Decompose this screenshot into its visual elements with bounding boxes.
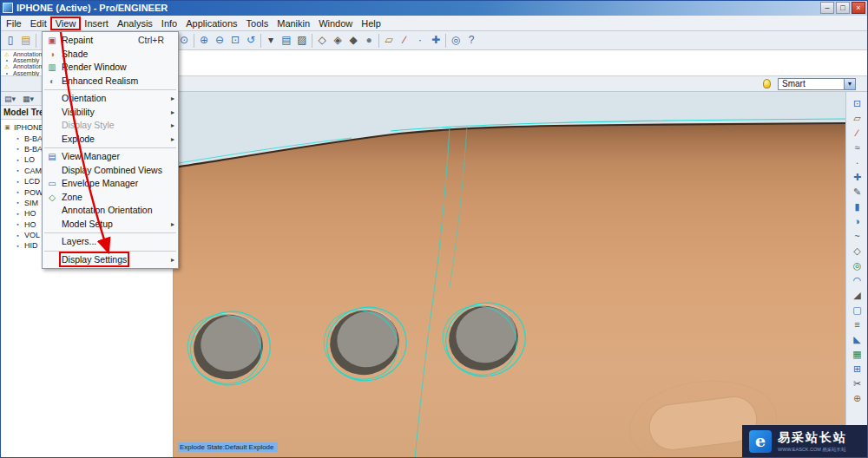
tree-item-label: LO — [24, 155, 35, 164]
zoom-in-icon[interactable]: ⊕ — [196, 33, 212, 49]
menubar-item-info[interactable]: Info — [157, 17, 181, 29]
menubar-item-applications[interactable]: Applications — [181, 17, 241, 29]
coordinate-system-icon[interactable]: ✚ — [850, 170, 865, 185]
datum-axis-icon[interactable]: ∕ — [850, 126, 865, 141]
view-menu-item-envelope-manager[interactable]: ▭Envelope Manager — [43, 177, 178, 191]
view-menu-item-display-combined-views[interactable]: Display Combined Views — [43, 164, 178, 178]
notification-text: Assembly — [13, 70, 39, 76]
menu-item-label: Explode — [62, 134, 95, 144]
view-manager-icon[interactable]: ▤ — [279, 33, 294, 49]
view-menu-item-view-manager[interactable]: ▤View Manager — [43, 150, 178, 164]
trim-tool-icon[interactable]: ✂ — [850, 376, 865, 391]
filter-select[interactable]: Smart ▾ — [778, 78, 856, 90]
menubar-item-window[interactable]: Window — [314, 17, 357, 29]
chevron-down-icon[interactable]: ▾ — [844, 79, 855, 89]
part-node-icon: ▪ — [14, 200, 22, 206]
mirror-tool-icon[interactable]: ⊞ — [850, 362, 865, 376]
watermark-sub-text: WWW.EASCK.COM 易采站长站 — [778, 447, 847, 453]
view-menu-item-display-settings[interactable]: Display Settings▸ — [43, 253, 178, 267]
datum-plane-icon[interactable]: ▱ — [850, 111, 865, 126]
refit-view-icon[interactable]: ⊡ — [850, 96, 865, 111]
view-menu-item-annotation-orientation[interactable]: Annotation Orientation — [43, 204, 178, 218]
view-menu-item-visibility[interactable]: Visibility▸ — [43, 106, 178, 120]
wireframe-display-icon[interactable]: ◇ — [314, 33, 330, 49]
csys-toggle-icon[interactable]: ✚ — [428, 33, 444, 49]
datum-planes-toggle-icon[interactable]: ▱ — [381, 33, 397, 49]
reorient-icon[interactable]: ↺ — [243, 33, 259, 49]
show-menu-button[interactable]: ▤▾ — [3, 95, 17, 103]
app-icon — [3, 3, 13, 13]
revolve-tool-icon[interactable]: ◑ — [850, 214, 865, 229]
blend-tool-icon[interactable]: ◇ — [850, 244, 865, 258]
rib-tool-icon[interactable]: ≡ — [850, 317, 865, 332]
shaded-display-icon[interactable]: ● — [361, 33, 377, 49]
maximize-button[interactable]: □ — [836, 2, 850, 14]
menubar-item-manikin[interactable]: Manikin — [273, 17, 314, 29]
tree-item-label: HO — [24, 220, 36, 229]
menu-separator — [44, 89, 176, 90]
draft-tool-icon[interactable]: ◣ — [850, 332, 865, 347]
shell-tool-icon[interactable]: ▢ — [850, 303, 865, 317]
sketch-tool-icon[interactable]: ✎ — [850, 185, 865, 200]
menubar-item-analysis[interactable]: Analysis — [113, 17, 157, 29]
menu-item-label: Enhanced Realism — [62, 75, 138, 86]
hole-tool-icon[interactable]: ◎ — [850, 258, 865, 273]
menubar-item-tools[interactable]: Tools — [242, 17, 273, 29]
minimize-button[interactable]: – — [820, 2, 834, 14]
menu-item-label: Display Settings — [62, 254, 127, 265]
menubar-item-insert[interactable]: Insert — [80, 17, 113, 29]
view-manager-icon: ▤ — [45, 150, 59, 164]
view-menu-item-render-window[interactable]: ▥Render Window — [43, 61, 178, 75]
repaint-icon: ▣ — [45, 34, 59, 48]
view-menu-item-repaint[interactable]: ▣RepaintCtrl+R — [43, 34, 178, 48]
saved-views-icon[interactable]: ▾ — [263, 33, 279, 49]
menu-item-label: Envelope Manager — [62, 178, 138, 188]
view-menu-item-display-style[interactable]: Display Style▸ — [43, 119, 178, 133]
view-menu-item-model-setup[interactable]: Model Setup▸ — [43, 218, 178, 232]
spin-center-icon[interactable]: ◎ — [448, 33, 464, 49]
view-menu-item-enhanced-realism[interactable]: ◐Enhanced Realism — [43, 75, 178, 88]
render-window-icon: ▥ — [45, 61, 59, 75]
view-menu-item-zone[interactable]: ◇Zone — [43, 191, 178, 205]
part-node-icon: ▪ — [14, 157, 22, 163]
part-node-icon: ▪ — [14, 146, 22, 152]
help-icon[interactable]: ? — [464, 33, 479, 49]
window-controls: – □ × — [820, 2, 865, 14]
tree-item-label: HID — [24, 241, 38, 250]
viewport-3d[interactable]: Explode State:Default Explode — [174, 92, 845, 458]
close-button[interactable]: × — [852, 2, 865, 14]
open-file-icon[interactable]: ▤ — [18, 33, 34, 49]
datum-points-toggle-icon[interactable]: ∙ — [412, 33, 428, 49]
view-menu-item-explode[interactable]: Explode▸ — [43, 133, 178, 147]
new-file-icon[interactable]: ▯ — [3, 33, 18, 49]
view-menu-item-layers[interactable]: Layers... — [43, 235, 178, 249]
view-menu-item-orientation[interactable]: Orientation▸ — [43, 92, 178, 106]
menu-item-label: Zone — [62, 192, 82, 202]
menubar-item-view[interactable]: View — [51, 17, 81, 29]
layers-icon[interactable]: ▨ — [294, 33, 310, 49]
extrude-tool-icon[interactable]: ▮ — [850, 200, 865, 214]
settings-menu-button[interactable]: ▦▾ — [21, 95, 36, 103]
sweep-tool-icon[interactable]: ~ — [850, 229, 865, 244]
menubar-item-edit[interactable]: Edit — [26, 17, 51, 29]
zone-icon: ◇ — [45, 191, 59, 205]
submenu-arrow-icon: ▸ — [171, 119, 174, 133]
hidden-line-display-icon[interactable]: ◈ — [330, 33, 345, 49]
datum-point-icon[interactable]: ∙ — [850, 155, 865, 170]
shade-icon: ◑ — [45, 48, 59, 62]
menu-separator — [44, 147, 176, 148]
pattern-tool-icon[interactable]: ▦ — [850, 347, 865, 362]
menubar-item-file[interactable]: File — [2, 17, 26, 29]
toolbar-separator — [378, 34, 379, 48]
view-menu-item-shade[interactable]: ◑Shade — [43, 48, 178, 62]
no-hidden-display-icon[interactable]: ◆ — [345, 33, 361, 49]
datum-curve-icon[interactable]: ≈ — [850, 141, 865, 155]
assemble-component-icon[interactable]: ⊕ — [850, 391, 865, 406]
zoom-out-icon[interactable]: ⊖ — [212, 33, 227, 49]
chamfer-tool-icon[interactable]: ◢ — [850, 288, 865, 303]
datum-axes-toggle-icon[interactable]: ∕ — [397, 33, 412, 49]
menubar-item-help[interactable]: Help — [357, 17, 385, 29]
tree-item-label: POW — [24, 188, 43, 197]
refit-icon[interactable]: ⊡ — [227, 33, 243, 49]
round-tool-icon[interactable]: ◠ — [850, 273, 865, 288]
